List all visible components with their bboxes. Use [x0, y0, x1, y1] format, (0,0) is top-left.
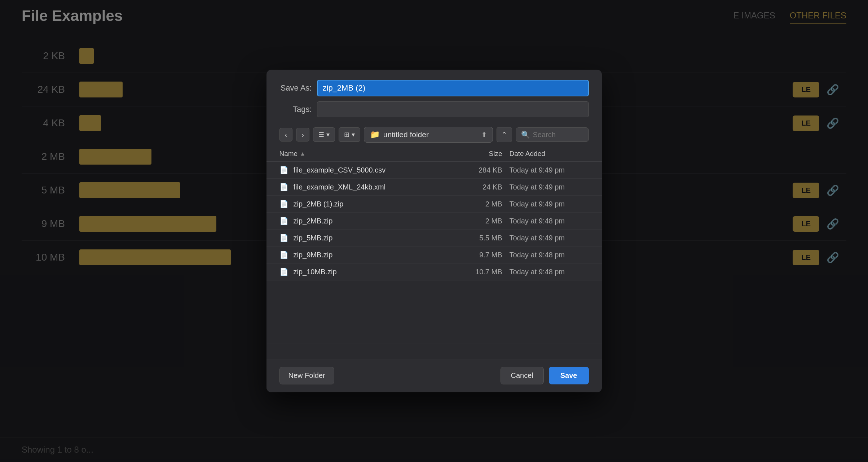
tags-input[interactable] — [317, 101, 589, 117]
file-row[interactable]: 📄 zip_2MB (1).zip 2 MB Today at 9:49 pm — [266, 196, 602, 213]
file-name: file_example_XML_24kb.xml — [294, 183, 463, 191]
file-size: 2 MB — [463, 200, 510, 208]
folder-name: untitled folder — [383, 130, 429, 139]
folder-icon: 📁 — [370, 130, 380, 139]
file-row[interactable]: 📄 file_example_CSV_5000.csv 284 KB Today… — [266, 162, 602, 179]
file-size: 9.7 MB — [463, 251, 510, 259]
save-as-row: Save As: — [279, 80, 589, 96]
grid-view-chevron: ▾ — [352, 131, 355, 139]
sort-icon: ▲ — [300, 151, 305, 157]
file-list-header: Name ▲ Size Date Added — [266, 146, 602, 162]
col-date-header: Date Added — [510, 150, 589, 158]
file-name: file_example_CSV_5000.csv — [294, 166, 463, 174]
file-row[interactable]: 📄 zip_10MB.zip 10.7 MB Today at 9:48 pm — [266, 263, 602, 280]
list-view-button[interactable]: ☰ ▾ — [313, 127, 335, 142]
file-date: Today at 9:49 pm — [510, 234, 589, 242]
empty-rows — [266, 280, 602, 360]
file-icon: 📄 — [279, 183, 288, 191]
grid-view-button[interactable]: ⊞ ▾ — [339, 127, 360, 142]
file-size: 24 KB — [463, 183, 510, 191]
file-date: Today at 9:49 pm — [510, 200, 589, 208]
nav-back-button[interactable]: ‹ — [279, 128, 293, 141]
file-date: Today at 9:49 pm — [510, 183, 589, 191]
col-name-label: Name — [279, 150, 298, 158]
save-as-label: Save As: — [279, 83, 312, 93]
folder-dropdown-arrow: ⬆ — [481, 131, 487, 139]
file-row[interactable]: 📄 zip_5MB.zip 5.5 MB Today at 9:49 pm — [266, 230, 602, 247]
list-view-icon: ☰ — [318, 131, 324, 139]
file-date: Today at 9:48 pm — [510, 251, 589, 259]
col-name-header: Name ▲ — [279, 150, 463, 158]
empty-row — [266, 328, 602, 344]
col-size-header: Size — [463, 150, 510, 158]
footer-right-buttons: Cancel Save — [501, 367, 589, 384]
search-icon: 🔍 — [521, 130, 530, 139]
file-name: zip_5MB.zip — [294, 234, 463, 242]
grid-view-icon: ⊞ — [344, 131, 349, 139]
tags-row: Tags: — [279, 101, 589, 117]
file-size: 284 KB — [463, 166, 510, 174]
list-view-chevron: ▾ — [326, 131, 330, 139]
empty-row — [266, 296, 602, 312]
empty-row — [266, 312, 602, 328]
file-date: Today at 9:48 pm — [510, 217, 589, 225]
file-icon: 📄 — [279, 234, 288, 242]
file-size: 10.7 MB — [463, 268, 510, 276]
file-date: Today at 9:48 pm — [510, 268, 589, 276]
file-list[interactable]: 📄 file_example_CSV_5000.csv 284 KB Today… — [266, 162, 602, 360]
collapse-button[interactable]: ⌃ — [497, 127, 512, 142]
file-icon: 📄 — [279, 166, 288, 174]
save-as-input[interactable] — [317, 80, 589, 96]
dialog-toolbar: ‹ › ☰ ▾ ⊞ ▾ 📁 untitled folder ⬆ ⌃ 🔍 — [266, 123, 602, 146]
file-size: 2 MB — [463, 217, 510, 225]
file-size: 5.5 MB — [463, 234, 510, 242]
dialog-footer: New Folder Cancel Save — [266, 360, 602, 392]
tags-label: Tags: — [279, 105, 312, 114]
file-icon: 📄 — [279, 200, 288, 208]
folder-dropdown[interactable]: 📁 untitled folder ⬆ — [364, 127, 493, 143]
save-dialog: Save As: Tags: ‹ › ☰ ▾ ⊞ ▾ 📁 untitled fo… — [266, 70, 602, 392]
file-name: zip_10MB.zip — [294, 268, 463, 276]
empty-row — [266, 344, 602, 360]
file-date: Today at 9:49 pm — [510, 166, 589, 174]
file-icon: 📄 — [279, 250, 288, 259]
file-name: zip_2MB.zip — [294, 217, 463, 225]
file-row[interactable]: 📄 zip_2MB.zip 2 MB Today at 9:48 pm — [266, 213, 602, 230]
file-icon: 📄 — [279, 217, 288, 225]
file-name: zip_2MB (1).zip — [294, 200, 463, 208]
dialog-top-section: Save As: Tags: — [266, 70, 602, 123]
search-box: 🔍 — [516, 127, 589, 142]
file-row[interactable]: 📄 file_example_XML_24kb.xml 24 KB Today … — [266, 179, 602, 196]
cancel-button[interactable]: Cancel — [501, 367, 544, 384]
search-input[interactable] — [533, 131, 583, 139]
nav-forward-button[interactable]: › — [296, 128, 309, 141]
file-name: zip_9MB.zip — [294, 251, 463, 259]
file-icon: 📄 — [279, 267, 288, 276]
save-button[interactable]: Save — [549, 367, 589, 384]
empty-row — [266, 280, 602, 296]
new-folder-button[interactable]: New Folder — [279, 367, 334, 384]
file-row[interactable]: 📄 zip_9MB.zip 9.7 MB Today at 9:48 pm — [266, 247, 602, 263]
